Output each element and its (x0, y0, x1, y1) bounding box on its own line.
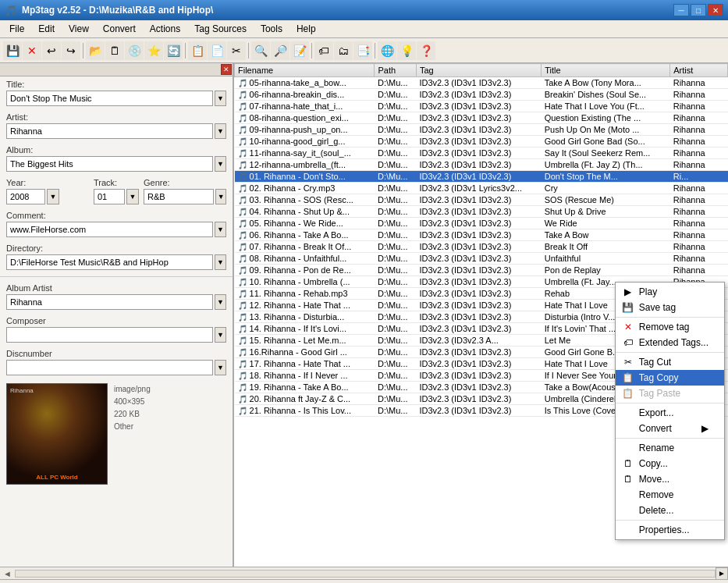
ctx-remove[interactable]: Remove (616, 487, 724, 503)
toolbar-delete[interactable]: ✕ (23, 41, 41, 60)
table-row[interactable]: 🎵 05. Rihanna - We Ride... D:\Mu... ID3v… (235, 218, 728, 229)
ctx-convert[interactable]: Convert▶ (616, 421, 724, 436)
ctx-tag-paste[interactable]: 📋Tag Paste (616, 386, 724, 401)
table-row[interactable]: 🎵 05-rihanna-take_a_bow... D:\Mu... ID3v… (235, 77, 728, 89)
table-row[interactable]: 🎵 02. Rihanna - Cry.mp3 D:\Mu... ID3v2.3… (235, 183, 728, 194)
panel-close-button[interactable]: ✕ (221, 64, 232, 75)
menu-tools[interactable]: Tools (254, 22, 289, 36)
toolbar-save[interactable]: 💾 (3, 41, 22, 60)
maximize-button[interactable]: □ (691, 4, 706, 16)
col-header-artist[interactable]: Artist (670, 64, 728, 77)
toolbar-star[interactable]: ⭐ (144, 41, 163, 60)
toolbar-copy[interactable]: 📋 (188, 41, 207, 60)
close-button[interactable]: ✕ (708, 4, 723, 16)
year-dropdown[interactable]: ▼ (47, 189, 59, 204)
artist-input[interactable] (6, 123, 213, 139)
directory-input[interactable] (6, 254, 213, 270)
toolbar-tag2[interactable]: 🗂 (334, 41, 353, 60)
track-dropdown[interactable]: ▼ (126, 189, 139, 204)
toolbar-tag1[interactable]: 🏷 (314, 41, 333, 60)
toolbar-paste[interactable]: 📄 (208, 41, 226, 60)
ctx-copy[interactable]: 🗒Copy... (616, 456, 724, 471)
toolbar-open-dir[interactable]: 📂 (86, 41, 105, 60)
cell-filename: 🎵 05. Rihanna - We Ride... (235, 218, 375, 229)
table-row[interactable]: 🎵 09. Rihanna - Pon de Re... D:\Mu... ID… (235, 265, 728, 276)
cell-filename: 🎵 19. Rihanna - Take A Bo... (235, 382, 375, 393)
cell-artist: Rihanna (670, 159, 728, 171)
year-input[interactable] (6, 189, 45, 204)
genre-input[interactable] (144, 189, 214, 204)
toolbar-help[interactable]: ❓ (417, 41, 435, 60)
table-row[interactable]: 🎵 07. Rihanna - Break It Of... D:\Mu... … (235, 241, 728, 253)
ctx-rename[interactable]: Rename (616, 440, 724, 456)
comment-input[interactable] (6, 222, 213, 237)
toolbar-open-file[interactable]: 🗒 (105, 41, 124, 60)
table-row[interactable]: 🎵 03. Rihanna - SOS (Resc... D:\Mu... ID… (235, 194, 728, 206)
toolbar-undo[interactable]: ↩ (42, 41, 61, 60)
table-row[interactable]: 🎵 08-rihanna-question_exi... D:\Mu... ID… (235, 112, 728, 124)
track-input[interactable] (94, 189, 125, 204)
toolbar-web[interactable]: 🌐 (378, 41, 396, 60)
menu-view[interactable]: View (62, 22, 95, 36)
ctx-save-tag[interactable]: 💾Save tag (616, 300, 724, 315)
table-row[interactable]: 🎵 08. Rihanna - Unfaithful... D:\Mu... I… (235, 253, 728, 265)
cell-filename: 🎵 11-rihanna-say_it_(soul_... (235, 148, 375, 159)
col-header-tag[interactable]: Tag (416, 64, 541, 77)
ctx-delete[interactable]: Delete... (616, 503, 724, 518)
composer-dropdown[interactable]: ▼ (215, 327, 226, 343)
album-artist-dropdown[interactable]: ▼ (215, 294, 226, 310)
artist-dropdown[interactable]: ▼ (215, 123, 226, 139)
toolbar-redo[interactable]: ↪ (62, 41, 80, 60)
discnumber-input[interactable] (6, 360, 213, 375)
ctx-extended-tags[interactable]: 🏷Extended Tags... (616, 335, 724, 350)
menu-convert[interactable]: Convert (97, 22, 142, 36)
toolbar-search2[interactable]: 🔎 (271, 41, 289, 60)
minimize-button[interactable]: ─ (673, 4, 689, 16)
toolbar-info[interactable]: 💡 (397, 41, 416, 60)
album-input[interactable] (6, 156, 213, 172)
ctx-tag-cut[interactable]: ✂Tag Cut (616, 354, 724, 370)
ctx-play[interactable]: ▶Play (616, 284, 724, 300)
toolbar-search[interactable]: 🔍 (251, 41, 270, 60)
table-row[interactable]: 🎵 10-rihanna-good_girl_g... D:\Mu... ID3… (235, 136, 728, 148)
table-row[interactable]: 🎵 12-rihanna-umbrella_(ft... D:\Mu... ID… (235, 159, 728, 171)
table-row[interactable]: 🎵 07-rihanna-hate_that_i... D:\Mu... ID3… (235, 101, 728, 112)
directory-dropdown[interactable]: ▼ (215, 254, 226, 270)
title-input[interactable] (6, 91, 213, 106)
comment-dropdown[interactable]: ▼ (215, 222, 226, 237)
ctx-properties[interactable]: Properties... (616, 522, 724, 538)
toolbar-refresh[interactable]: 🔄 (164, 41, 183, 60)
table-row[interactable]: 🎵 09-rihanna-push_up_on... D:\Mu... ID3v… (235, 124, 728, 136)
composer-input[interactable] (6, 327, 213, 343)
col-header-path[interactable]: Path (375, 64, 416, 77)
menu-edit[interactable]: Edit (32, 22, 61, 36)
ctx-tag-copy[interactable]: 📋Tag Copy (616, 370, 724, 386)
table-row[interactable]: 🎵 11-rihanna-say_it_(soul_... D:\Mu... I… (235, 148, 728, 159)
toolbar-cut[interactable]: ✂ (227, 41, 246, 60)
col-header-filename[interactable]: Filename (235, 64, 375, 77)
menu-help[interactable]: Help (290, 22, 322, 36)
album-dropdown[interactable]: ▼ (215, 156, 226, 172)
genre-dropdown[interactable]: ▼ (215, 189, 226, 204)
toolbar: 💾 ✕ ↩ ↪ 📂 🗒 💿 ⭐ 🔄 📋 📄 ✂ 🔍 🔎 📝 🏷 🗂 📑 🌐 💡 … (0, 38, 728, 63)
table-row[interactable]: 🎵 06. Rihanna - Take A Bo... D:\Mu... ID… (235, 229, 728, 241)
toolbar-tag3[interactable]: 📑 (353, 41, 372, 60)
ctx-move[interactable]: 🗒Move... (616, 471, 724, 487)
album-artist-input[interactable] (6, 294, 213, 310)
toolbar-save-all[interactable]: 💿 (125, 41, 144, 60)
toolbar-edit[interactable]: 📝 (290, 41, 309, 60)
menu-file[interactable]: File (3, 22, 30, 36)
table-row[interactable]: 🎵 06-rihanna-breakin_dis... D:\Mu... ID3… (235, 89, 728, 101)
menu-tag-sources[interactable]: Tag Sources (188, 22, 253, 36)
title-dropdown[interactable]: ▼ (215, 91, 226, 106)
horizontal-scrollbar[interactable] (15, 570, 716, 578)
col-header-title[interactable]: Title (542, 64, 670, 77)
discnumber-dropdown[interactable]: ▼ (215, 360, 226, 375)
audio-file-icon: 🎵 (238, 91, 247, 99)
ctx-export[interactable]: Export... (616, 405, 724, 421)
ctx-remove-tag[interactable]: ✕Remove tag (616, 319, 724, 335)
table-row[interactable]: 🎵 04. Rihanna - Shut Up &... D:\Mu... ID… (235, 206, 728, 218)
menu-actions[interactable]: Actions (144, 22, 186, 36)
scroll-right-button[interactable]: ► (716, 567, 728, 580)
table-row[interactable]: 🎵 01. Rihanna - Don't Sto... D:\Mu... ID… (235, 171, 728, 183)
